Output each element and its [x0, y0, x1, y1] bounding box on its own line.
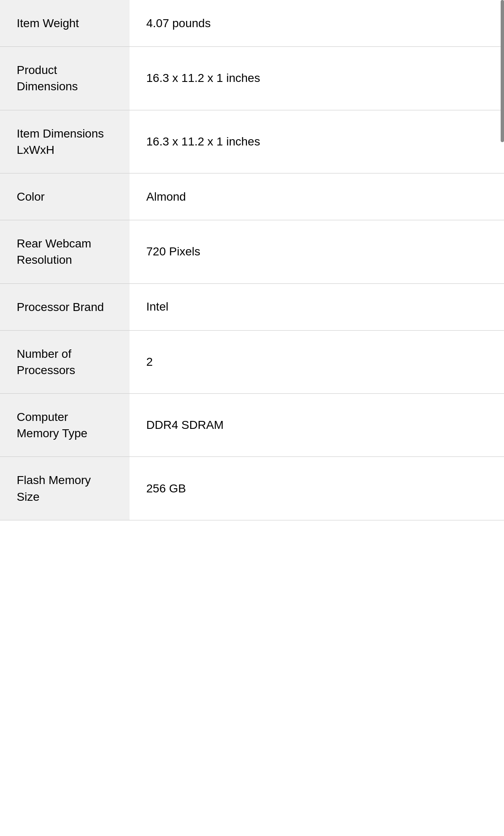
spec-label: Item Weight	[0, 0, 130, 47]
scrollbar[interactable]	[501, 0, 504, 142]
table-row: Processor BrandIntel	[0, 283, 504, 330]
spec-label: Processor Brand	[0, 283, 130, 330]
table-row: Item Dimensions LxWxH16.3 x 11.2 x 1 inc…	[0, 110, 504, 173]
table-row: Computer Memory TypeDDR4 SDRAM	[0, 394, 504, 457]
specs-table: Item Weight4.07 poundsProduct Dimensions…	[0, 0, 504, 520]
spec-value: Almond	[130, 173, 504, 220]
spec-label: Flash Memory Size	[0, 457, 130, 520]
spec-label: Rear Webcam Resolution	[0, 220, 130, 283]
spec-label: Product Dimensions	[0, 47, 130, 110]
spec-value: 2	[130, 330, 504, 393]
table-row: Rear Webcam Resolution720 Pixels	[0, 220, 504, 283]
table-row: Number of Processors2	[0, 330, 504, 393]
spec-value: 4.07 pounds	[130, 0, 504, 47]
spec-label: Computer Memory Type	[0, 394, 130, 457]
table-row: Product Dimensions16.3 x 11.2 x 1 inches	[0, 47, 504, 110]
spec-label: Number of Processors	[0, 330, 130, 393]
table-row: Item Weight4.07 pounds	[0, 0, 504, 47]
spec-value: Intel	[130, 283, 504, 330]
table-row: Flash Memory Size256 GB	[0, 457, 504, 520]
spec-value: 16.3 x 11.2 x 1 inches	[130, 110, 504, 173]
spec-value: 720 Pixels	[130, 220, 504, 283]
spec-label: Item Dimensions LxWxH	[0, 110, 130, 173]
table-row: ColorAlmond	[0, 173, 504, 220]
spec-value: 256 GB	[130, 457, 504, 520]
spec-value: DDR4 SDRAM	[130, 394, 504, 457]
spec-value: 16.3 x 11.2 x 1 inches	[130, 47, 504, 110]
spec-label: Color	[0, 173, 130, 220]
